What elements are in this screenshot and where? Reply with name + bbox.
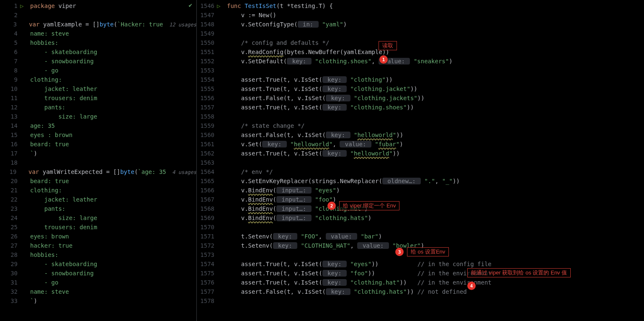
code-line[interactable]: 13 size: large [0, 113, 196, 122]
code-content[interactable]: func TestIsSet(t *testing.T) { [227, 3, 644, 9]
code-content[interactable]: v.BindEnv( input…: "clothing.hats") [227, 215, 644, 221]
run-gutter[interactable]: ▷ [217, 3, 227, 9]
code-content[interactable]: assert.False(t, v.IsSet( key: "clothing.… [227, 288, 644, 295]
code-content[interactable]: - go [30, 67, 196, 74]
code-content[interactable]: clothing: [30, 76, 196, 83]
code-content[interactable]: pants: [30, 205, 196, 212]
code-content[interactable]: jacket: leather [30, 85, 196, 92]
code-content[interactable]: name: steve [30, 30, 196, 37]
code-content[interactable]: age: 35 [30, 122, 196, 129]
code-line[interactable]: 1552 v.SetDefault( key: "clothing.shoes"… [197, 58, 644, 67]
code-content[interactable]: - skateboarding [30, 49, 196, 55]
code-line[interactable]: 18 [0, 159, 196, 168]
code-line[interactable]: 6 - skateboarding [0, 49, 196, 58]
code-line[interactable]: 1568 v.BindEnv( input…: "clothing.hat") [197, 205, 644, 215]
code-content[interactable]: /* state change */ [227, 122, 644, 129]
code-content[interactable]: /* config and defaults */ [227, 39, 644, 46]
code-content[interactable]: package viper [30, 3, 196, 9]
code-line[interactable]: 1551 v.ReadConfig(bytes.NewBuffer(yamlEx… [197, 49, 644, 58]
code-content[interactable]: eyes: brown [30, 233, 196, 240]
code-content[interactable]: v.SetConfigType( in: "yaml") [227, 21, 644, 28]
run-icon[interactable]: ▷ [20, 3, 23, 9]
code-content[interactable]: assert.True(t, v.IsSet( key: "foo")) // … [227, 270, 644, 277]
code-content[interactable]: /* env */ [227, 168, 644, 175]
code-content[interactable]: assert.False(t, v.IsSet( key: "clothing.… [227, 95, 644, 101]
code-line[interactable]: 1576 assert.True(t, v.IsSet( key: "cloth… [197, 279, 644, 288]
code-line[interactable]: 1547 v := New() [197, 12, 644, 21]
code-content[interactable]: beard: true [30, 178, 196, 184]
code-line[interactable]: 1561 v.Set( key: "helloworld", value: "f… [197, 141, 644, 150]
code-line[interactable]: 29 - skateboarding [0, 261, 196, 270]
code-line[interactable]: 4name: steve [0, 30, 196, 39]
code-line[interactable]: 1554 assert.True(t, v.IsSet( key: "cloth… [197, 76, 644, 85]
code-line[interactable]: 1553 [197, 67, 644, 76]
code-line[interactable]: 11 trousers: denim [0, 95, 196, 104]
code-content[interactable]: jacket: leather [30, 196, 196, 203]
code-line[interactable]: 30 - snowboarding [0, 270, 196, 279]
code-content[interactable]: v.BindEnv( input…: "eyes") [227, 187, 644, 194]
code-line[interactable]: 15eyes : brown [0, 132, 196, 141]
code-content[interactable]: assert.True(t, v.IsSet( key: "clothing")… [227, 76, 644, 83]
code-content[interactable]: t.Setenv( key: "FOO", value: "bar") [227, 233, 644, 240]
code-line[interactable]: 1575 assert.True(t, v.IsSet( key: "foo")… [197, 270, 644, 279]
code-content[interactable]: hobbies: [30, 251, 196, 258]
code-content[interactable]: assert.True(t, v.IsSet( key: "clothing.h… [227, 279, 644, 286]
code-content[interactable]: `) [30, 150, 196, 157]
code-line[interactable]: 20beard: true [0, 178, 196, 187]
code-content[interactable]: trousers: denim [30, 95, 196, 101]
code-line[interactable]: 21clothing: [0, 187, 196, 196]
code-line[interactable]: 16beard: true [0, 141, 196, 150]
code-content[interactable]: v.SetDefault( key: "clothing.shoes", val… [227, 58, 644, 65]
code-line[interactable]: 12 pants: [0, 104, 196, 113]
code-content[interactable]: pants: [30, 104, 196, 111]
code-content[interactable]: v.ReadConfig(bytes.NewBuffer(yamlExample… [227, 49, 644, 55]
code-line[interactable]: 1548 v.SetConfigType( in: "yaml") [197, 21, 644, 30]
code-line[interactable]: 1563 [197, 159, 644, 168]
editor-pane-left[interactable]: ✔ 1▷package viper23var yamlExample = []b… [0, 0, 197, 321]
code-line[interactable]: 1569 v.BindEnv( input…: "clothing.hats") [197, 215, 644, 224]
code-line[interactable]: 10 jacket: leather [0, 85, 196, 95]
code-content[interactable]: trousers: denim [30, 224, 196, 230]
code-line[interactable]: 25 trousers: denim [0, 224, 196, 233]
code-line[interactable]: 1572 t.Setenv( key: "CLOTHING_HAT", valu… [197, 242, 644, 251]
code-line[interactable]: 33`) [0, 298, 196, 307]
code-content[interactable]: assert.False(t, v.IsSet( key: "helloworl… [227, 132, 644, 138]
code-content[interactable]: var yamlWriteExpected = []byte(`age: 35 … [28, 168, 196, 175]
code-content[interactable]: v.SetEnvKeyReplacer(strings.NewReplacer(… [227, 178, 644, 184]
code-line[interactable]: 1558 [197, 113, 644, 122]
code-content[interactable]: hacker: true [30, 242, 196, 249]
code-line[interactable]: 1549 [197, 30, 644, 39]
code-content[interactable]: `) [30, 298, 196, 304]
code-content[interactable]: size: large [30, 215, 196, 221]
code-line[interactable]: 19var yamlWriteExpected = []byte(`age: 3… [0, 168, 196, 178]
code-line[interactable]: 1574 assert.True(t, v.IsSet( key: "eyes"… [197, 261, 644, 270]
code-line[interactable]: 1▷package viper [0, 3, 196, 12]
code-content[interactable]: hobbies: [30, 39, 196, 46]
code-content[interactable]: - skateboarding [30, 261, 196, 267]
code-line[interactable]: 31 - go [0, 279, 196, 288]
code-content[interactable]: size: large [30, 113, 196, 120]
code-line[interactable]: 2 [0, 12, 196, 21]
code-line[interactable]: 1570 [197, 224, 644, 233]
code-content[interactable]: - snowboarding [30, 270, 196, 277]
code-content[interactable]: assert.True(t, v.IsSet( key: "clothing.j… [227, 85, 644, 92]
code-line[interactable]: 1560 assert.False(t, v.IsSet( key: "hell… [197, 132, 644, 141]
code-content[interactable]: v.BindEnv( input…: "clothing.hat") [227, 205, 644, 212]
code-content[interactable]: eyes : brown [30, 132, 196, 138]
code-line[interactable]: 9clothing: [0, 76, 196, 85]
code-line[interactable]: 1557 assert.True(t, v.IsSet( key: "cloth… [197, 104, 644, 113]
code-line[interactable]: 17`) [0, 150, 196, 159]
code-line[interactable]: 1571 t.Setenv( key: "FOO", value: "bar") [197, 233, 644, 242]
code-content[interactable]: assert.True(t, v.IsSet( key: "eyes")) //… [227, 261, 644, 267]
code-content[interactable]: v := New() [227, 12, 644, 18]
code-line[interactable]: 1578 [197, 298, 644, 307]
code-content[interactable]: name: steve [30, 288, 196, 295]
usage-hint[interactable]: 4 usages [166, 169, 196, 175]
code-line[interactable]: 24 size: large [0, 215, 196, 224]
code-line[interactable]: 1550 /* config and defaults */ [197, 39, 644, 49]
code-line[interactable]: 1562 assert.True(t, v.IsSet( key: "hello… [197, 150, 644, 159]
code-line[interactable]: 1573 [197, 251, 644, 261]
code-content[interactable]: v.Set( key: "helloworld", value: "fubar"… [227, 141, 644, 148]
code-content[interactable]: - go [30, 279, 196, 286]
code-line[interactable]: 14age: 35 [0, 122, 196, 132]
